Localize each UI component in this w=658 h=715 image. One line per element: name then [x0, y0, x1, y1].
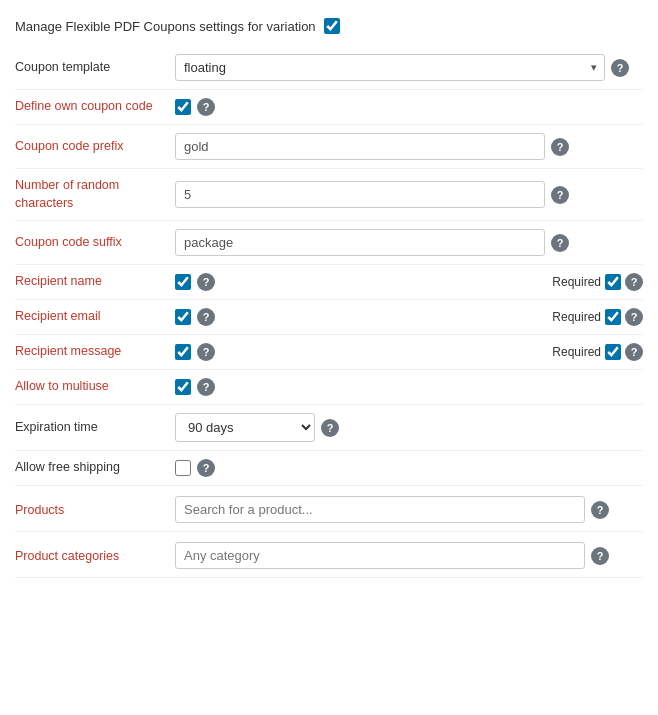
allow-free-shipping-row: Allow free shipping ? [15, 451, 643, 486]
recipient-name-required-group: Required ? [552, 273, 643, 291]
recipient-message-control: ? Required ? [175, 343, 643, 361]
allow-free-shipping-label: Allow free shipping [15, 459, 175, 477]
coupon-prefix-row: Coupon code prefix gold ? [15, 125, 643, 169]
recipient-email-required-help-icon[interactable]: ? [625, 308, 643, 326]
product-categories-help-icon[interactable]: ? [591, 547, 609, 565]
allow-free-shipping-control: ? [175, 459, 643, 477]
coupon-suffix-row: Coupon code suffix package ? [15, 221, 643, 265]
header-row: Manage Flexible PDF Coupons settings for… [15, 10, 643, 46]
recipient-message-row: Recipient message ? Required ? [15, 335, 643, 370]
recipient-name-help-icon[interactable]: ? [197, 273, 215, 291]
recipient-email-left: ? [175, 308, 215, 326]
recipient-message-help-icon[interactable]: ? [197, 343, 215, 361]
product-categories-label: Product categories [15, 542, 175, 566]
coupon-template-label: Coupon template [15, 59, 175, 77]
allow-free-shipping-checkbox[interactable] [175, 460, 191, 476]
coupon-prefix-control: gold ? [175, 133, 643, 160]
recipient-message-left: ? [175, 343, 215, 361]
recipient-name-checkbox[interactable] [175, 274, 191, 290]
coupon-template-row: Coupon template floating classic modern … [15, 46, 643, 90]
recipient-email-required-group: Required ? [552, 308, 643, 326]
recipient-message-checkbox[interactable] [175, 344, 191, 360]
products-input[interactable] [175, 496, 585, 523]
recipient-name-control: ? Required ? [175, 273, 643, 291]
products-control: ? [175, 496, 643, 523]
recipient-name-required-label: Required [552, 275, 601, 289]
allow-free-shipping-help-icon[interactable]: ? [197, 459, 215, 477]
random-chars-help-icon[interactable]: ? [551, 186, 569, 204]
recipient-email-checkbox[interactable] [175, 309, 191, 325]
define-own-coupon-checkbox[interactable] [175, 99, 191, 115]
expiration-time-help-icon[interactable]: ? [321, 419, 339, 437]
allow-multiuse-row: Allow to multiuse ? [15, 370, 643, 405]
define-own-coupon-help-icon[interactable]: ? [197, 98, 215, 116]
product-categories-input[interactable] [175, 542, 585, 569]
random-chars-input[interactable]: 5 [175, 181, 545, 208]
recipient-name-required-help-icon[interactable]: ? [625, 273, 643, 291]
coupon-prefix-help-icon[interactable]: ? [551, 138, 569, 156]
product-categories-row: Product categories ? [15, 532, 643, 578]
coupon-template-control: floating classic modern ▾ ? [175, 54, 643, 81]
coupon-template-help-icon[interactable]: ? [611, 59, 629, 77]
products-label: Products [15, 496, 175, 520]
allow-multiuse-checkbox[interactable] [175, 379, 191, 395]
random-chars-label: Number of random characters [15, 177, 175, 212]
header-label: Manage Flexible PDF Coupons settings for… [15, 19, 316, 34]
coupon-suffix-input[interactable]: package [175, 229, 545, 256]
define-own-coupon-label: Define own coupon code [15, 98, 175, 116]
coupon-prefix-input[interactable]: gold [175, 133, 545, 160]
random-chars-row: Number of random characters 5 ? [15, 169, 643, 221]
recipient-name-row: Recipient name ? Required ? [15, 265, 643, 300]
recipient-message-required-checkbox[interactable] [605, 344, 621, 360]
define-own-coupon-row: Define own coupon code ? [15, 90, 643, 125]
recipient-email-required-label: Required [552, 310, 601, 324]
define-own-coupon-control: ? [175, 98, 643, 116]
coupon-suffix-help-icon[interactable]: ? [551, 234, 569, 252]
recipient-name-left: ? [175, 273, 215, 291]
products-row: Products ? [15, 486, 643, 532]
expiration-dropdown-wrapper: 30 days 60 days 90 days Never [175, 413, 315, 442]
expiration-time-label: Expiration time [15, 419, 175, 437]
recipient-email-row: Recipient email ? Required ? [15, 300, 643, 335]
recipient-email-required-checkbox[interactable] [605, 309, 621, 325]
coupon-suffix-control: package ? [175, 229, 643, 256]
products-help-icon[interactable]: ? [591, 501, 609, 519]
recipient-message-required-help-icon[interactable]: ? [625, 343, 643, 361]
header-checkbox[interactable] [324, 18, 340, 34]
random-chars-control: 5 ? [175, 181, 643, 208]
recipient-message-label: Recipient message [15, 343, 175, 361]
expiration-time-control: 30 days 60 days 90 days Never ? [175, 413, 643, 442]
expiration-time-select[interactable]: 30 days 60 days 90 days Never [175, 413, 315, 442]
allow-multiuse-help-icon[interactable]: ? [197, 378, 215, 396]
recipient-email-help-icon[interactable]: ? [197, 308, 215, 326]
recipient-email-control: ? Required ? [175, 308, 643, 326]
allow-multiuse-control: ? [175, 378, 643, 396]
coupon-suffix-label: Coupon code suffix [15, 234, 175, 252]
product-categories-control: ? [175, 542, 643, 569]
coupon-prefix-label: Coupon code prefix [15, 138, 175, 156]
recipient-name-label: Recipient name [15, 273, 175, 291]
coupon-template-dropdown-wrapper: floating classic modern ▾ [175, 54, 605, 81]
expiration-time-row: Expiration time 30 days 60 days 90 days … [15, 405, 643, 451]
recipient-message-required-label: Required [552, 345, 601, 359]
recipient-name-required-checkbox[interactable] [605, 274, 621, 290]
recipient-email-label: Recipient email [15, 308, 175, 326]
coupon-template-select[interactable]: floating classic modern [175, 54, 605, 81]
recipient-message-required-group: Required ? [552, 343, 643, 361]
allow-multiuse-label: Allow to multiuse [15, 378, 175, 396]
